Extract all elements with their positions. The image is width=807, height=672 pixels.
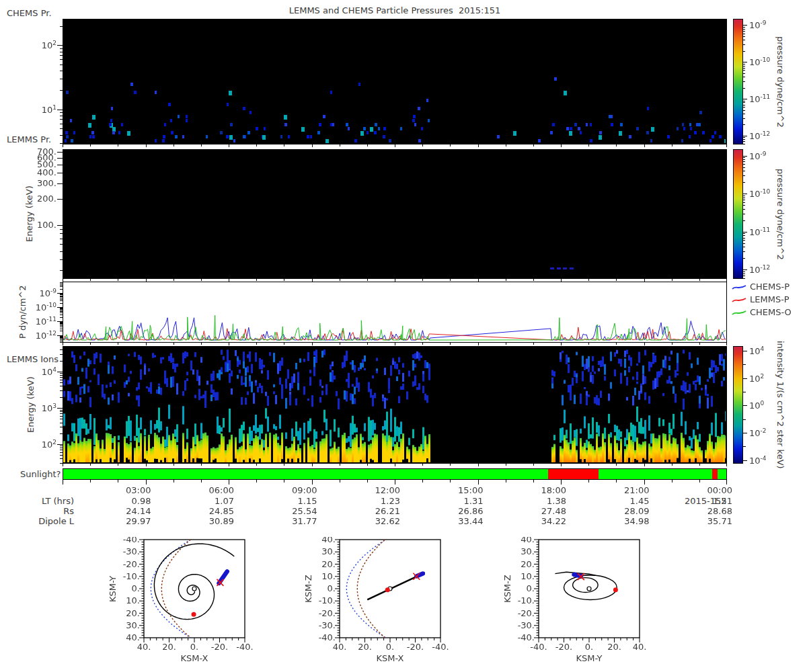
- ytick-label: 10-11: [36, 316, 56, 327]
- legend-line-sample: [732, 283, 748, 292]
- tick-mark: [743, 110, 745, 111]
- tick-mark: [726, 343, 727, 345]
- tick-mark: [743, 27, 745, 28]
- row-label-dipole-l: Dipole L: [7, 516, 74, 526]
- tick-mark: [616, 144, 617, 146]
- red-dot-marker: [192, 612, 196, 617]
- ytick-label: 104: [42, 366, 56, 377]
- tick-mark: [478, 144, 479, 147]
- ytick-label: 200.: [37, 194, 56, 204]
- spectrogram-chems-pressure: [63, 19, 727, 144]
- tick-mark: [57, 199, 63, 200]
- orbit-tick-label: -40.: [530, 642, 547, 652]
- tick-mark: [743, 164, 745, 165]
- tick-mark: [256, 480, 257, 482]
- tick-mark: [174, 480, 174, 482]
- tick-mark: [57, 444, 63, 445]
- tick-mark: [743, 240, 745, 241]
- tick-mark: [743, 243, 745, 244]
- spectrogram-chems-canvas: [63, 19, 726, 143]
- yaxis-label-pressure: P dyn/cm^2: [17, 282, 28, 343]
- tick-mark: [201, 480, 202, 482]
- legend-label: CHEMS-P: [750, 282, 790, 292]
- orbit-plot-xy: -40.-30.-20.-10.0.10.20.30.40.-40.-20.0.…: [114, 537, 255, 671]
- ephemeris-value: 24.14: [104, 506, 151, 516]
- tick-mark: [743, 137, 745, 138]
- spectrogram-lemms-canvas: [63, 150, 726, 278]
- tick-mark: [743, 62, 747, 62]
- colorbar-tick-label: 10-9: [749, 151, 767, 161]
- colorbar-tick-label: 10-11: [749, 93, 770, 104]
- sunlight-segment-off: [548, 469, 599, 479]
- tick-mark: [90, 144, 91, 146]
- tick-mark: [201, 279, 202, 281]
- tick-mark: [63, 464, 63, 466]
- orbit-tick-label: 30.: [521, 546, 535, 556]
- orbit-tick-label: 20.: [321, 559, 336, 569]
- tick-mark: [118, 279, 118, 281]
- orbit-tick-label: -30.: [319, 620, 336, 630]
- saturn-marker: [587, 587, 591, 591]
- spectrogram-lemms-ions: [63, 346, 727, 464]
- tick-mark: [201, 144, 202, 146]
- tick-mark: [743, 419, 746, 420]
- tick-mark: [743, 64, 745, 65]
- legend-line-sample: [732, 308, 748, 317]
- ephemeris-value: 32.62: [353, 516, 400, 526]
- tick-mark: [743, 167, 745, 168]
- ephemeris-value: 31.77: [270, 516, 317, 526]
- tick-mark: [340, 464, 340, 466]
- panel-label-chems-pr: CHEMS Pr.: [7, 8, 52, 18]
- colorbar-label-pressure-2: pressure dyne/cm^2: [775, 149, 785, 279]
- legend-line-sample: [732, 296, 748, 304]
- tick-mark: [340, 279, 340, 281]
- time-tick-label: 03:00: [104, 485, 151, 495]
- tick-mark: [743, 392, 746, 392]
- tick-mark: [229, 464, 229, 466]
- colorbar-tick-label: 10-9: [749, 19, 767, 30]
- tick-mark: [174, 144, 174, 146]
- tick-mark: [743, 220, 745, 221]
- ephemeris-value: 35.71: [685, 516, 732, 526]
- tick-mark: [644, 480, 645, 485]
- orbit-tick-label: -30.: [518, 620, 535, 630]
- tick-mark: [174, 464, 174, 466]
- tick-mark: [726, 480, 727, 485]
- ytick-label: 10-9: [39, 288, 56, 298]
- tick-mark: [743, 247, 745, 247]
- orbit-tick-label: 20.: [521, 559, 535, 569]
- tick-mark: [743, 81, 745, 82]
- tick-mark: [395, 464, 395, 466]
- next-day-label: 2015-152: [685, 496, 727, 506]
- tick-mark: [588, 144, 589, 146]
- orbit-tick-label: 40.: [521, 537, 535, 544]
- tick-mark: [146, 144, 147, 147]
- tick-mark: [743, 157, 745, 158]
- saturn-marker: [192, 587, 196, 591]
- tick-mark: [743, 251, 745, 252]
- colorbar-tick-label: 10-10: [749, 188, 770, 199]
- tick-mark: [478, 480, 479, 485]
- sunlight-label: Sunlight?: [20, 469, 61, 479]
- tick-mark: [743, 40, 745, 40]
- tick-mark: [726, 464, 727, 466]
- tick-mark: [743, 70, 745, 71]
- tick-mark: [90, 480, 91, 482]
- orbit-tick-label: 0.: [585, 642, 593, 652]
- tick-mark: [533, 464, 534, 466]
- orbit-ylabel-ksm-z-1: KSM-Z: [303, 540, 314, 638]
- ytick-label: 102: [42, 40, 56, 50]
- plot-root: LEMMS and CHEMS Particle Pressures 2015:…: [0, 0, 807, 672]
- ytick-label: 102: [42, 439, 56, 450]
- ephemeris-value: 33.44: [436, 516, 484, 526]
- orbit-tick-label: 40.: [633, 642, 647, 652]
- ephemeris-value: 25.54: [270, 506, 317, 516]
- orbit-xlabel-ksm-x-1: KSM-X: [144, 653, 245, 663]
- tick-mark: [743, 73, 745, 74]
- tick-mark: [450, 464, 451, 466]
- tick-mark: [743, 364, 746, 365]
- orbit-tick-label: -30.: [123, 546, 140, 556]
- tick-mark: [672, 480, 672, 482]
- tick-mark: [57, 372, 63, 372]
- time-tick-label: 18:00: [519, 485, 566, 495]
